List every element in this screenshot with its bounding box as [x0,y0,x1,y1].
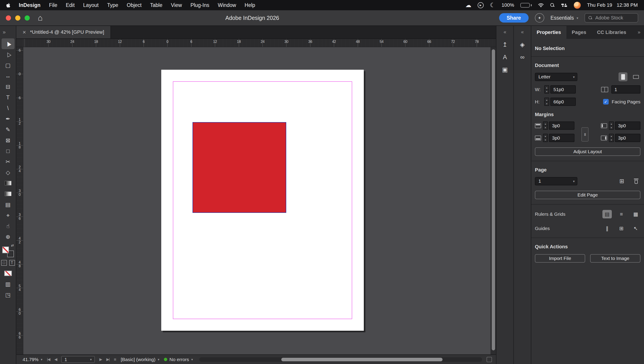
red-rectangle[interactable] [192,122,286,213]
tab-pages[interactable]: Pages [566,26,592,39]
menu-help[interactable]: Help [245,2,255,8]
previous-page-button[interactable]: ◀ [54,357,57,362]
import-file-button[interactable]: Import File [535,254,585,262]
zoom-tool[interactable]: ⊕ [2,231,15,242]
focus-moon-icon[interactable]: ☾ [490,2,495,8]
menu-file[interactable]: File [49,2,57,8]
horizontal-scrollbar[interactable] [199,357,482,362]
horizontal-ruler[interactable]: 30241812606121824303642485460667278 [23,39,496,47]
document-tab[interactable]: × *Untitled-4 @ 42% [GPU Preview] [16,26,111,38]
adjust-layout-button[interactable]: Adjust Layout [535,148,640,156]
frame-tool[interactable]: ⊠ [2,135,15,146]
links-panel-icon[interactable]: ∞ [516,52,528,63]
menu-table[interactable]: Table [150,2,162,8]
pencil-tool[interactable]: ✎ [2,124,15,135]
adobe-stock-search[interactable]: Adobe Stock [584,13,638,22]
share-button[interactable]: Share [499,13,529,22]
landscape-orientation-button[interactable] [631,72,640,81]
selection-tool[interactable]: ▶ [2,38,15,49]
stepper-up-icon[interactable]: ▴ [609,134,613,138]
next-page-button[interactable]: ▶ [99,357,102,362]
preflight-menu-icon[interactable]: ≡ [114,357,116,362]
vertical-scrollbar[interactable] [491,47,496,354]
stepper-up-icon[interactable]: ▴ [543,122,547,126]
menu-view[interactable]: View [171,2,182,8]
play-icon[interactable]: ▶ [478,2,484,8]
fill-stroke-control[interactable]: ⇄ [2,244,14,257]
note-tool[interactable]: ▤ [2,199,15,210]
preflight-profile-dropdown[interactable]: [Basic] (working) ▾ [121,357,159,362]
apply-none-button[interactable] [2,268,15,279]
stepper-down-icon[interactable]: ▾ [543,126,547,129]
column-guides-icon[interactable]: ∥ [602,224,612,233]
width-input[interactable]: 51p0 [550,85,576,94]
right-margin-stepper[interactable]: ▴▾ [609,134,614,142]
width-stepper[interactable]: ▴▾ [544,85,549,94]
pen-tool[interactable]: ✒ [2,114,15,124]
stepper-up-icon[interactable]: ▴ [609,122,613,126]
gap-tool[interactable]: ↔ [2,70,15,81]
battery-icon[interactable] [520,3,532,8]
last-page-button[interactable]: ▶| [106,357,109,362]
close-tab-icon[interactable]: × [23,29,26,35]
page-count-input[interactable]: 1 [611,85,640,94]
formatting-affects-container-icon[interactable]: □ [1,260,7,266]
menu-edit[interactable]: Edit [66,2,75,8]
left-margin-input[interactable]: 3p0 [615,122,640,130]
dock-collapse-button[interactable]: « [514,26,531,38]
panel-menu-button[interactable]: » [638,26,644,39]
workspace-switcher[interactable]: Essentials ▾ [551,15,578,21]
left-margin-stepper[interactable]: ▴▾ [609,122,614,130]
portrait-orientation-button[interactable] [618,72,627,81]
home-button[interactable]: ⌂ [38,14,43,22]
document-page[interactable] [161,70,364,331]
menu-type[interactable]: Type [107,2,118,8]
edit-page-button[interactable]: Edit Page [535,191,640,199]
text-generation-panel-icon[interactable]: A [499,52,511,63]
add-page-button[interactable]: ⊞ [618,177,626,185]
stepper-down-icon[interactable]: ▾ [609,126,613,129]
gradient-swatch-tool[interactable] [2,178,15,188]
tab-cc-libraries[interactable]: CC Libraries [592,26,632,39]
page-size-dropdown[interactable]: Letter ▾ [535,73,577,81]
screen-mode-button[interactable]: ▥ [2,279,15,290]
document-grid-icon[interactable]: ▦ [631,210,640,218]
stepper-up-icon[interactable]: ▴ [545,86,549,90]
spotlight-search-icon[interactable] [550,3,555,7]
wifi-icon[interactable] [538,3,544,7]
stepper-up-icon[interactable]: ▴ [545,98,549,102]
menu-object[interactable]: Object [127,2,142,8]
menu-layout[interactable]: Layout [83,2,99,8]
show-rulers-icon[interactable]: ▤ [602,210,612,218]
horizontal-scrollbar-thumb[interactable] [281,358,443,361]
stepper-down-icon[interactable]: ▾ [545,102,549,106]
swap-fill-stroke-icon[interactable]: ⇄ [11,244,14,248]
page-tool[interactable]: ▢ [2,60,15,70]
stepper-up-icon[interactable]: ▴ [543,134,547,138]
preflight-status-dropdown[interactable]: No errors ▾ [164,357,193,362]
gradient-feather-tool[interactable] [2,188,15,199]
vertical-ruler[interactable]: 60612182430364248546066 [16,47,23,354]
first-page-button[interactable]: |◀ [47,357,50,362]
user-avatar[interactable] [574,2,581,9]
vertical-scrollbar-thumb[interactable] [492,49,495,350]
right-margin-input[interactable]: 3p0 [615,134,640,142]
direct-selection-tool[interactable]: ▷ [2,49,15,60]
page-number-dropdown[interactable]: 1 ▾ [61,356,95,363]
height-stepper[interactable]: ▴▾ [544,98,549,106]
pages-panel-icon[interactable]: ▣ [499,64,511,75]
smart-guides-icon[interactable]: ↖ [631,224,640,233]
ruler-origin-corner[interactable] [16,39,23,47]
panel-grip-icon[interactable] [487,357,492,362]
tab-properties[interactable]: Properties [531,26,566,39]
rectangle-tool[interactable]: □ [2,146,15,156]
eyedropper-tool[interactable]: ⌖ [2,210,15,221]
link-margins-button[interactable]: ∞ [581,127,588,142]
menu-indesign[interactable]: InDesign [19,2,41,8]
menu-plug-ins[interactable]: Plug-Ins [190,2,209,8]
zoom-level-dropdown[interactable]: 41.79% ▾ [23,357,43,362]
bottom-margin-stepper[interactable]: ▴▾ [543,134,548,142]
layers-panel-icon[interactable]: ◈ [516,39,528,50]
dock-collapse-button[interactable]: « [496,26,513,38]
creative-cloud-icon[interactable]: ☁ [465,2,471,8]
